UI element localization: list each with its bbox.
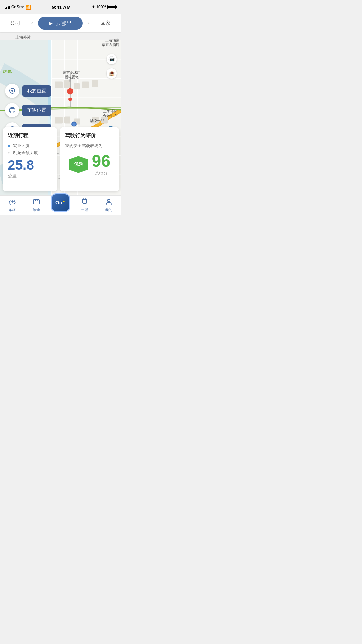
svg-rect-17 [82,82,89,88]
go-where-button[interactable]: ▶ 去哪里 [38,17,83,30]
signal-bar-2 [6,7,7,9]
svg-rect-51 [35,199,36,201]
onstar-button[interactable]: On ★ [52,194,69,211]
mine-tab-icon [105,198,113,207]
trip-tab-icon [32,198,40,207]
svg-rect-50 [33,200,39,204]
camera-svg: 📷 [108,56,115,62]
trip-distance: 25.8 [8,158,52,172]
tab-mine[interactable]: 我的 [97,196,121,215]
mine-icon-svg [105,198,113,205]
life-icon-svg [81,198,88,205]
score-label: 总得分 [95,171,107,176]
svg-rect-14 [55,82,63,88]
status-left: OnStar 📶 [5,5,31,10]
star-text: ★ [62,200,65,203]
battery-fill [108,6,115,8]
location-icon [8,87,16,95]
driving-desc: 我的安全驾驶表现为 [65,143,114,149]
vehicle-icon-svg [8,198,16,205]
trip-destinations: 宏业大厦 凯龙金领大厦 [8,143,52,156]
signal-bars [5,5,10,9]
svg-rect-52 [37,199,38,201]
svg-rect-18 [92,80,98,87]
hotel-icon: 🏨 [107,68,117,79]
car-icon [8,106,16,114]
my-location-row[interactable]: 我的位置 [5,84,51,98]
badge-area: 优秀 [69,156,88,173]
dest-row-2: 凯龙金领大厦 [8,150,52,156]
vehicle-tab-icon [8,198,16,207]
onstar-logo: On ★ [55,200,65,205]
dest-dot-blue [8,145,10,147]
my-location-button[interactable] [5,84,19,98]
tangchen-label: 汤臣一品 [90,118,104,123]
score-row: 优秀 96 总得分 [65,153,114,176]
home-button[interactable]: 回家 [94,17,117,30]
metro-line2-label: 2号线 [3,69,12,74]
waitan-label: 上海外滩 [15,35,31,40]
svg-point-28 [68,98,72,101]
tab-trip[interactable]: 旅途 [24,196,48,215]
svg-point-45 [13,111,14,113]
trip-card-title: 近期行程 [8,132,52,139]
work-button[interactable]: 公司 [4,17,26,30]
nav-bar: 公司 < ▶ 去哪里 > 回家 [0,14,121,32]
score-number: 96 [92,153,111,169]
mine-tab-label: 我的 [105,208,112,212]
status-bar: OnStar 📶 9:41 AM ✦ 100% [0,0,121,14]
badge-text: 优秀 [74,162,83,167]
my-location-label[interactable]: 我的位置 [22,85,51,97]
dest-dot-dashed [8,152,10,154]
vehicle-location-row[interactable]: 车辆位置 [5,103,51,117]
signal-bar-1 [5,8,6,9]
svg-point-38 [11,90,13,92]
oriental-pearl-label: 东方明珠广播电视塔 [63,70,80,79]
driving-card[interactable]: 驾驶行为评价 我的安全驾驶表现为 优秀 96 总得分 [60,127,119,191]
life-tab-label: 生活 [81,208,88,212]
navigation-icon: ▶ [49,21,53,26]
tab-life[interactable]: 生活 [72,196,97,215]
svg-rect-19 [55,117,63,124]
dest-text-1: 宏业大厦 [13,143,30,149]
wifi-icon: 📶 [25,5,31,10]
status-right: ✦ 100% [92,5,116,9]
driving-card-title: 驾驶行为评价 [65,132,114,139]
dest-row-1: 宏业大厦 [8,143,52,149]
right-arrow[interactable]: > [85,17,92,30]
vehicle-tab-label: 车辆 [9,208,16,212]
svg-rect-20 [64,117,70,124]
svg-text:📷: 📷 [109,57,114,61]
svg-point-27 [67,88,73,95]
vehicle-location-button[interactable] [5,103,19,117]
svg-point-57 [107,199,110,202]
score-badge: 优秀 [69,156,88,173]
signal-bar-4 [9,6,10,9]
dest-text-2: 凯龙金领大厦 [13,150,38,156]
carrier-label: OnStar [11,5,24,9]
bluetooth-icon: ✦ [92,5,95,9]
signal-bar-3 [8,6,9,9]
shanghai-global-label: 上海环球金融中心 [103,109,117,118]
time-display: 9:41 AM [52,5,70,10]
score-area: 96 总得分 [92,153,111,176]
traffic-camera-icon: 📷 [107,54,117,64]
trip-tab-label: 旅途 [33,208,40,212]
on-text: On [55,200,62,205]
bottom-cards: 近期行程 宏业大厦 凯龙金领大厦 25.8 公里 驾驶行为评价 我的安全驾驶表现… [0,125,121,195]
tab-onstar[interactable]: On ★ [48,197,72,214]
trip-card[interactable]: 近期行程 宏业大厦 凯龙金领大厦 25.8 公里 [3,127,57,191]
tab-bar: 车辆 旅途 On ★ 生活 [0,195,121,215]
pudong-hotel-label: 上海浦东华东方酒店 [102,38,119,47]
vehicle-location-label[interactable]: 车辆位置 [22,105,51,116]
svg-rect-16 [74,83,80,89]
trip-unit: 公里 [8,173,52,179]
left-arrow[interactable]: < [28,17,36,30]
battery-percent: 100% [96,5,106,9]
battery-icon [107,5,116,9]
svg-point-44 [10,111,11,113]
tab-vehicle[interactable]: 车辆 [0,196,24,215]
trip-icon-svg [32,198,40,205]
map-area[interactable]: 东金线 上海外滩 东方明珠广播电视塔 汤臣一品 上海环球金融中心 2号线 上海浦… [0,32,121,215]
life-tab-icon [81,198,88,207]
